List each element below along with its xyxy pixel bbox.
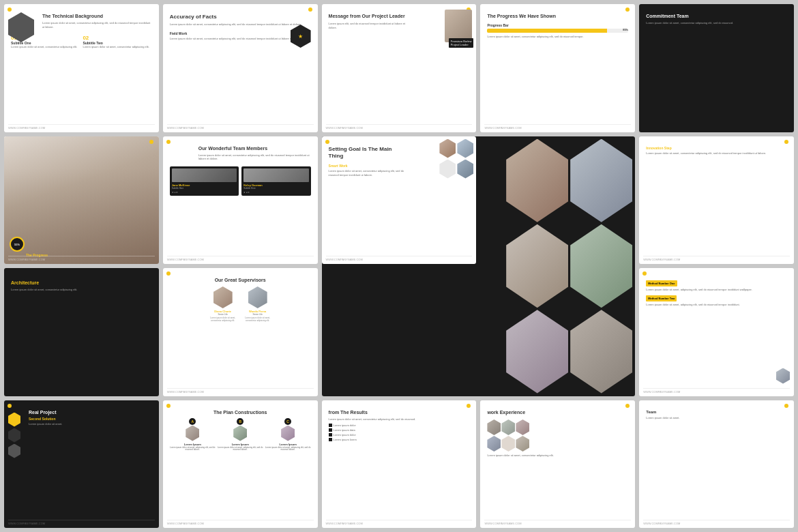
- hex-3: [516, 419, 529, 435]
- supervisor-role-2: Senior Life: [242, 313, 273, 316]
- hex-photo-5: [506, 310, 568, 393]
- slide-title: Setting Goal Is The Main Thing: [329, 146, 399, 160]
- slide-footer: WWW.COMPANYNAME.COM: [8, 256, 155, 261]
- slide-innovation: Innovation Step Lorem ipsum dolor sit am…: [639, 136, 794, 265]
- hex-1: [439, 139, 456, 158]
- logo-dot: [149, 140, 153, 144]
- progress-circle: 55%: [10, 237, 25, 252]
- slide-progress: The Progress We Have Shown Progress Bar …: [480, 4, 635, 132]
- hex-s-2: [8, 428, 20, 443]
- slide-footer: WWW.COMPANYNAME.COM: [484, 520, 631, 525]
- slide-body: Lorem ipsum dolor sit amet, consectetur …: [198, 153, 311, 161]
- slide-body: Lorem ipsum dolor sit amet.: [646, 416, 787, 420]
- sub-label: Second Solution: [29, 417, 152, 421]
- check-text-2: Lorem ipsum data: [334, 428, 355, 432]
- method-badge-2: Method Number Two: [646, 295, 677, 301]
- hex-2: [501, 419, 515, 435]
- slide-title: Commitment Team: [646, 14, 787, 19]
- slide-title: Message from Our Project Leader: [329, 14, 407, 19]
- plan-a-hex: [186, 426, 199, 441]
- slide-footer: WWW.COMPANYNAME.COM: [167, 520, 314, 525]
- check-item-1: Lorem ipsum dolor: [329, 424, 470, 427]
- plan-c-desc: Lorem ipsum dolor sit amet, adipiscing e…: [265, 447, 311, 452]
- method-badge-1: Method Number One: [646, 280, 677, 286]
- slide-body: Lorem ipsum dolor sit amet, consectetur …: [329, 169, 407, 177]
- plan-c-hex: [281, 426, 295, 441]
- slide-supervisors: Our Great Supervisors Diana Charte Senio…: [163, 268, 318, 396]
- slide-body: Lorem ipsum dolor sit amet, consectetur …: [11, 288, 152, 292]
- members-list: Jane McKinse Subtitle Here ★ ♦ ✉ Keley G…: [170, 166, 311, 196]
- method-item-1: Method Number One: [646, 280, 787, 286]
- supervisors-list: Diana Charte Senior Life Lorem ipsum dol…: [170, 286, 311, 323]
- check-box-3: [329, 433, 332, 437]
- slide-technical-background: The Technical Background Lorem ipsum dol…: [4, 4, 159, 132]
- slide-footer: WWW.COMPANYNAME.COM: [643, 520, 790, 525]
- member-image-2: [243, 168, 308, 182]
- logo-dot: [166, 271, 171, 276]
- slide-setting-goal: Setting Goal Is The Main Thing Smart Wor…: [322, 136, 477, 265]
- hex-collage: [503, 136, 635, 396]
- plans-list: A Lorem Ipsum Lorem ipsum dolor sit amet…: [170, 418, 311, 452]
- check-item-4: Lorem ipsum lorem: [329, 438, 470, 441]
- hex-photo-1: [506, 139, 568, 222]
- person-role: Project Leader: [451, 43, 469, 46]
- plan-b-title: Lorem Ipsum: [218, 443, 263, 446]
- check-text-1: Lorem ipsum dolor: [334, 424, 356, 427]
- column-2: 02 Subtitle Two Lorem ipsum dolor sit am…: [83, 35, 151, 48]
- check-item-2: Lorem ipsum data: [329, 428, 470, 432]
- slide-title: The Progress We Have Shown: [487, 14, 628, 19]
- slide-body: Lorem ipsum dolor sit amet, consectetur …: [646, 151, 787, 156]
- slide-methods: Method Number One Lorem ipsum dolor sit …: [639, 268, 794, 396]
- slide-footer: WWW.COMPANYNAME.COM: [167, 388, 314, 394]
- col-num-2: 02: [83, 35, 151, 41]
- slide-title: The Technical Background: [42, 14, 152, 19]
- slide-title: Architecture: [11, 280, 152, 286]
- person-image: [445, 10, 472, 42]
- sub-label: Innovation Step: [646, 146, 787, 150]
- slide-body: Lorem ipsum dolor sit amet, consectetur …: [42, 21, 152, 29]
- slide-partial-dark: Architecture Lorem ipsum dolor sit amet,…: [4, 268, 159, 396]
- slide-body: Lorem ipsum dolor sit amet, consectetur …: [170, 23, 311, 27]
- hex-grid: [439, 139, 473, 179]
- logo-dot: [8, 404, 12, 408]
- hex-s-3: [8, 444, 20, 458]
- slide-real-project: Real Project Second Solution Lorem ipsum…: [4, 400, 159, 529]
- plan-a-letter: A: [189, 418, 196, 425]
- logo-dot: [467, 404, 471, 408]
- person-silhouette: [4, 168, 159, 264]
- hex-photo-2: [570, 139, 632, 222]
- logo-dot: [784, 140, 788, 144]
- method-text-1: Lorem ipsum dolor sit amet, adipiscing e…: [646, 288, 787, 291]
- check-text-3: Lorem ipsum dolor: [334, 433, 356, 437]
- checklist: Lorem ipsum dolor Lorem ipsum data Lorem…: [329, 424, 470, 441]
- person-badge: Fransisca Burlew Project Leader: [449, 38, 474, 48]
- supervisor-hex-2: [248, 286, 267, 308]
- member-role-1: Subtitle Here: [172, 187, 237, 190]
- hex-s-1: [8, 413, 20, 427]
- progress-bar-fill: [487, 29, 607, 33]
- supervisor-2: Wanda Perna Senior Life Lorem ipsum dolo…: [242, 286, 273, 323]
- slide-footer: WWW.COMPANYNAME.COM: [167, 124, 314, 130]
- progress-circle-text: 55%: [14, 243, 20, 246]
- slide-body: Lorem ipsum dolor sit amet, consectetur …: [487, 35, 628, 39]
- plan-b-letter: B: [237, 418, 243, 425]
- slide-team-small: Team Lorem ipsum dolor sit amet. WWW.COM…: [639, 400, 794, 529]
- col-desc-1: Lorem ipsum dolor sit amet, consectetur …: [11, 45, 80, 48]
- slide-footer: WWW.COMPANYNAME.COM: [326, 256, 473, 261]
- hex-dark: ★: [291, 25, 311, 48]
- supervisor-hex-1: [213, 286, 233, 308]
- slide-results: from The Results Lorem ipsum dolor sit a…: [322, 400, 477, 529]
- plan-c-title: Lorem Ipsum: [265, 443, 311, 446]
- member-icons-2: ★ ♦ ✉: [243, 191, 308, 194]
- slide-team-members: Our Wonderful Team Members Lorem ipsum d…: [163, 136, 318, 265]
- check-item-3: Lorem ipsum dolor: [329, 433, 470, 437]
- field-label: Field Work: [170, 31, 311, 35]
- slide-body: Lorem ipsum elit, sed do eiusmod tempor …: [329, 22, 407, 29]
- hex-6: [516, 436, 529, 452]
- member-image-1: [172, 168, 237, 182]
- hex-small: [776, 368, 790, 384]
- hex-1: [487, 419, 501, 435]
- col-desc-2: Lorem ipsum dolor sit amet, consectetur …: [83, 45, 151, 48]
- slide-title: Real Project: [29, 410, 152, 415]
- slide-footer: WWW.COMPANYNAME.COM: [326, 520, 473, 525]
